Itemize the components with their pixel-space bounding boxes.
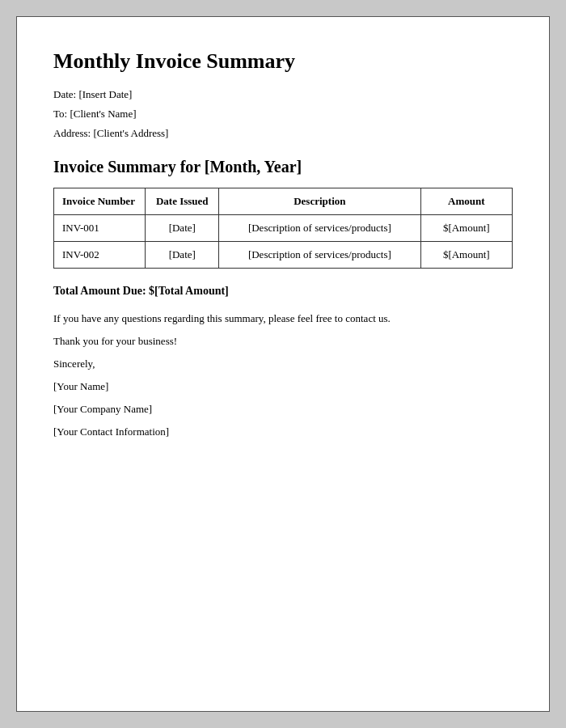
cell-amount-1: $[Amount] [420, 215, 512, 242]
thank-you-text: Thank you for your business! [53, 335, 513, 348]
to-field: To: [Client's Name] [53, 108, 513, 121]
table-header-row: Invoice Number Date Issued Description A… [54, 188, 513, 215]
total-amount-line: Total Amount Due: $[Total Amount] [53, 285, 513, 298]
contact-info: [Your Contact Information] [53, 425, 513, 438]
page-title: Monthly Invoice Summary [53, 49, 513, 74]
col-header-date-issued: Date Issued [146, 188, 219, 215]
table-row: INV-001 [Date] [Description of services/… [54, 215, 513, 242]
contact-text: If you have any questions regarding this… [53, 312, 513, 325]
cell-invoice-number-1: INV-001 [54, 215, 146, 242]
col-header-amount: Amount [420, 188, 512, 215]
table-row: INV-002 [Date] [Description of services/… [54, 242, 513, 269]
cell-description-1: [Description of services/products] [219, 215, 420, 242]
col-header-description: Description [219, 188, 420, 215]
cell-date-1: [Date] [146, 215, 219, 242]
invoice-table: Invoice Number Date Issued Description A… [53, 188, 513, 269]
date-field: Date: [Insert Date] [53, 88, 513, 101]
sender-name: [Your Name] [53, 380, 513, 393]
address-field: Address: [Client's Address] [53, 127, 513, 140]
cell-invoice-number-2: INV-002 [54, 242, 146, 269]
cell-date-2: [Date] [146, 242, 219, 269]
section-title: Invoice Summary for [Month, Year] [53, 158, 513, 176]
col-header-invoice-number: Invoice Number [54, 188, 146, 215]
document-page: Monthly Invoice Summary Date: [Insert Da… [16, 16, 550, 712]
company-name: [Your Company Name] [53, 403, 513, 416]
cell-amount-2: $[Amount] [420, 242, 512, 269]
sincerely-text: Sincerely, [53, 358, 513, 370]
cell-description-2: [Description of services/products] [219, 242, 420, 269]
